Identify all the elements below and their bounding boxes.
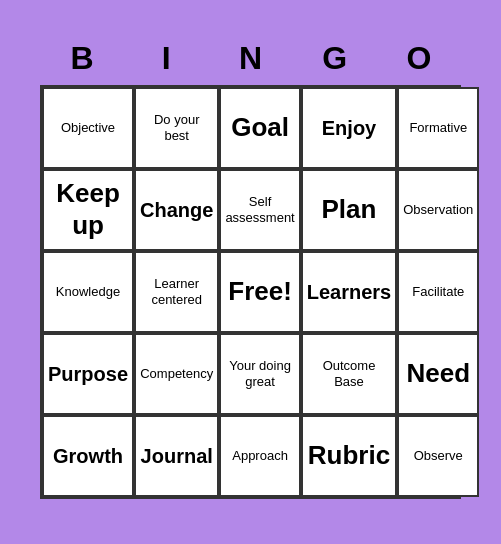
cell-text: Free! xyxy=(228,276,292,307)
bingo-letter: G xyxy=(293,36,377,81)
bingo-cell-24: Observe xyxy=(397,415,479,497)
bingo-cell-8: Plan xyxy=(301,169,398,251)
bingo-cell-7: Self assessment xyxy=(219,169,300,251)
bingo-cell-1: Do your best xyxy=(134,87,219,169)
bingo-letter: B xyxy=(40,36,124,81)
bingo-cell-16: Competency xyxy=(134,333,219,415)
cell-text: Change xyxy=(140,198,213,222)
bingo-grid: ObjectiveDo your bestGoalEnjoyFormativeK… xyxy=(40,85,461,499)
bingo-cell-17: Your doing great xyxy=(219,333,300,415)
bingo-cell-14: Facilitate xyxy=(397,251,479,333)
bingo-cell-4: Formative xyxy=(397,87,479,169)
cell-text: Goal xyxy=(231,112,289,143)
cell-text: Outcome Base xyxy=(307,358,392,389)
cell-text: Plan xyxy=(322,194,377,225)
bingo-header: BINGO xyxy=(40,36,461,81)
cell-text: Do your best xyxy=(140,112,213,143)
bingo-letter: N xyxy=(208,36,292,81)
bingo-cell-2: Goal xyxy=(219,87,300,169)
cell-text: Journal xyxy=(141,444,213,468)
bingo-cell-11: Learner centered xyxy=(134,251,219,333)
bingo-cell-18: Outcome Base xyxy=(301,333,398,415)
bingo-letter: I xyxy=(124,36,208,81)
bingo-card: BINGO ObjectiveDo your bestGoalEnjoyForm… xyxy=(20,26,481,519)
bingo-cell-12: Free! xyxy=(219,251,300,333)
cell-text: Observe xyxy=(414,448,463,464)
cell-text: Objective xyxy=(61,120,115,136)
bingo-cell-0: Objective xyxy=(42,87,134,169)
bingo-cell-9: Observation xyxy=(397,169,479,251)
cell-text: Competency xyxy=(140,366,213,382)
bingo-cell-6: Change xyxy=(134,169,219,251)
bingo-cell-10: Knowledge xyxy=(42,251,134,333)
bingo-letter: O xyxy=(377,36,461,81)
bingo-cell-3: Enjoy xyxy=(301,87,398,169)
bingo-cell-5: Keep up xyxy=(42,169,134,251)
cell-text: Self assessment xyxy=(225,194,294,225)
cell-text: Facilitate xyxy=(412,284,464,300)
cell-text: Purpose xyxy=(48,362,128,386)
bingo-cell-19: Need xyxy=(397,333,479,415)
cell-text: Your doing great xyxy=(225,358,294,389)
cell-text: Knowledge xyxy=(56,284,120,300)
cell-text: Enjoy xyxy=(322,116,376,140)
cell-text: Rubric xyxy=(308,440,390,471)
cell-text: Learners xyxy=(307,280,392,304)
cell-text: Growth xyxy=(53,444,123,468)
bingo-cell-22: Approach xyxy=(219,415,300,497)
cell-text: Need xyxy=(407,358,471,389)
cell-text: Keep up xyxy=(48,178,128,240)
cell-text: Formative xyxy=(409,120,467,136)
bingo-cell-21: Journal xyxy=(134,415,219,497)
cell-text: Approach xyxy=(232,448,288,464)
cell-text: Observation xyxy=(403,202,473,218)
cell-text: Learner centered xyxy=(140,276,213,307)
bingo-cell-23: Rubric xyxy=(301,415,398,497)
bingo-cell-20: Growth xyxy=(42,415,134,497)
bingo-cell-13: Learners xyxy=(301,251,398,333)
bingo-cell-15: Purpose xyxy=(42,333,134,415)
